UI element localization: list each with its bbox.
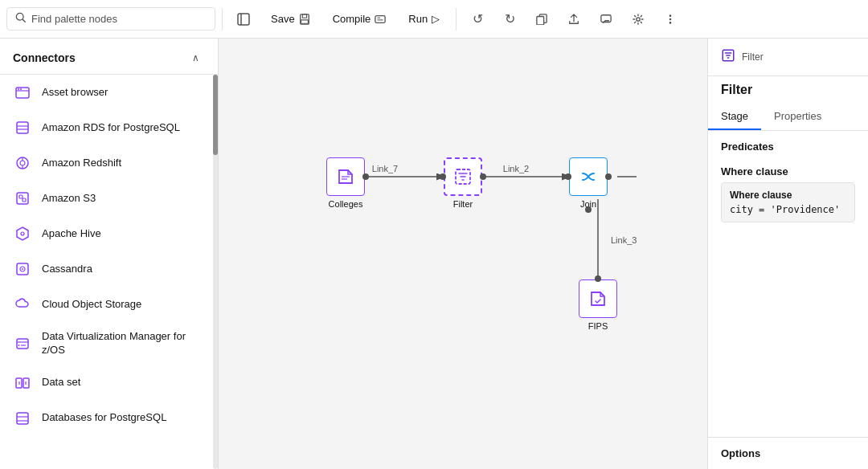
search-placeholder: Find palette nodes	[31, 13, 117, 25]
sidebar-item-amazon-redshift[interactable]: Amazon Redshift	[0, 145, 218, 181]
amazon-s3-icon	[13, 189, 32, 208]
sidebar-item-label-cassandra: Cassandra	[42, 263, 92, 276]
node-filter-box[interactable]	[444, 157, 482, 196]
toolbar-divider-1	[222, 8, 223, 31]
right-panel-title: Filter	[708, 76, 868, 97]
svg-point-14	[669, 18, 672, 20]
node-colleges-box[interactable]	[326, 157, 365, 196]
save-button[interactable]: Save	[261, 8, 320, 30]
sidebar-item-databases-postgresql[interactable]: Databases for PostgreSQL	[0, 401, 218, 436]
canvas[interactable]: Link_7 Link_2 Link_3	[219, 39, 707, 469]
node-fips-label: FIPS	[588, 321, 608, 331]
sidebar-item-asset-browser[interactable]: Asset browser	[0, 75, 218, 110]
sidebar-item-label-apache-hive: Apache Hive	[42, 227, 101, 241]
sidebar-scrollbar-thumb[interactable]	[213, 75, 218, 155]
search-icon	[15, 12, 27, 26]
copy-button[interactable]	[527, 5, 556, 34]
settings-button[interactable]	[624, 5, 653, 34]
tab-properties[interactable]: Properties	[761, 104, 834, 130]
sidebar-item-amazon-rds[interactable]: Amazon RDS for PostgreSQL	[0, 110, 218, 145]
sidebar-header: Connectors ∧	[0, 39, 218, 75]
run-icon: ▷	[432, 13, 440, 25]
node-fips-port-top	[595, 275, 601, 282]
toolbar: Find palette nodes Save Compile Run ▷ ↺ …	[0, 0, 868, 39]
node-filter-label: Filter	[453, 199, 473, 209]
node-join[interactable]: Join	[569, 157, 608, 209]
where-clause-box-label: Where clause	[730, 190, 846, 201]
right-panel-icon	[721, 48, 735, 66]
where-clause-box[interactable]: Where clause city = 'Providence'	[721, 182, 855, 222]
svg-point-30	[21, 232, 24, 235]
node-colleges[interactable]: Colleges	[326, 157, 365, 209]
svg-point-13	[637, 17, 640, 20]
sidebar-item-apache-hive[interactable]: Apache Hive	[0, 216, 218, 251]
svg-point-24	[20, 161, 25, 165]
amazon-rds-icon	[13, 118, 32, 137]
sidebar-item-label-cloud-object-storage: Cloud Object Storage	[42, 298, 141, 312]
svg-rect-20	[17, 122, 28, 133]
sidebar-items: Asset browser Amazon RDS for PostgreSQL	[0, 75, 218, 436]
options-section: Options	[708, 437, 868, 469]
apache-hive-icon	[13, 224, 32, 243]
node-fips[interactable]: FIPS	[579, 279, 617, 331]
right-panel-header: Filter	[708, 39, 868, 76]
tab-stage[interactable]: Stage	[708, 104, 761, 130]
svg-point-19	[20, 88, 22, 90]
redo-button[interactable]: ↻	[495, 5, 524, 34]
sidebar-item-label-data-virt-manager: Data Virtualization Manager for z/OS	[42, 330, 205, 357]
svg-rect-29	[23, 198, 26, 202]
svg-point-36	[18, 345, 20, 346]
amazon-redshift-icon	[13, 153, 32, 173]
where-clause-section: Where clause Where clause city = 'Provid…	[708, 165, 868, 229]
svg-text:Link_2: Link_2	[503, 164, 529, 173]
sidebar-item-label-asset-browser: Asset browser	[42, 86, 108, 100]
right-panel-node-type: Filter	[742, 51, 764, 63]
sidebar-wrapper: Asset browser Amazon RDS for PostgreSQL	[0, 75, 218, 469]
sidebar-item-label-databases-postgresql: Databases for PostgreSQL	[42, 411, 166, 425]
data-set-icon	[13, 373, 32, 393]
toolbar-divider-2	[456, 8, 457, 31]
databases-postgresql-icon	[13, 409, 32, 428]
node-filter-port-left	[440, 173, 446, 180]
node-colleges-label: Colleges	[329, 199, 363, 209]
predicates-label: Predicates	[721, 141, 855, 153]
run-button[interactable]: Run ▷	[399, 8, 449, 30]
node-colleges-port-right	[362, 173, 369, 180]
node-filter-port-right	[480, 173, 486, 180]
comment-button[interactable]	[592, 5, 620, 34]
menu-button[interactable]	[656, 5, 685, 34]
sidebar: Connectors ∧ Asset browser	[0, 39, 219, 469]
sidebar-scrollbar-track	[213, 75, 218, 469]
svg-rect-34	[17, 339, 28, 349]
sidebar-item-label-amazon-rds: Amazon RDS for PostgreSQL	[42, 121, 180, 135]
node-join-port-right	[605, 173, 612, 180]
panel-spacer	[708, 229, 868, 437]
svg-rect-42	[17, 413, 28, 424]
svg-rect-28	[19, 195, 23, 198]
sidebar-item-cassandra[interactable]: Cassandra	[0, 251, 218, 287]
asset-browser-icon	[13, 83, 32, 102]
search-box[interactable]: Find palette nodes	[6, 7, 215, 31]
node-filter[interactable]: Filter	[444, 157, 482, 209]
sidebar-item-amazon-s3[interactable]: Amazon S3	[0, 181, 218, 216]
svg-line-1	[23, 19, 25, 22]
svg-rect-2	[238, 14, 249, 25]
right-panel: Filter Filter Stage Properties Predicate…	[707, 39, 868, 469]
where-clause-value: city = 'Providence'	[730, 204, 846, 215]
node-fips-box[interactable]	[579, 279, 617, 318]
svg-rect-6	[301, 19, 308, 22]
compile-button[interactable]: Compile	[323, 8, 396, 30]
svg-point-16	[669, 22, 672, 24]
svg-text:Link_3: Link_3	[611, 235, 637, 245]
canvas-connections: Link_7 Link_2 Link_3	[219, 39, 707, 469]
node-join-box[interactable]	[569, 157, 608, 196]
sidebar-item-data-set[interactable]: Data set	[0, 365, 218, 401]
svg-text:Link_7: Link_7	[372, 164, 398, 173]
toggle-panel-btn[interactable]	[229, 5, 258, 34]
sidebar-item-data-virt-manager[interactable]: Data Virtualization Manager for z/OS	[0, 322, 218, 365]
sidebar-item-cloud-object-storage[interactable]: Cloud Object Storage	[0, 287, 218, 322]
share-button[interactable]	[559, 5, 588, 34]
undo-button[interactable]: ↺	[463, 5, 492, 34]
node-join-port-left	[565, 173, 571, 180]
collapse-sidebar-btn[interactable]: ∧	[186, 48, 205, 67]
